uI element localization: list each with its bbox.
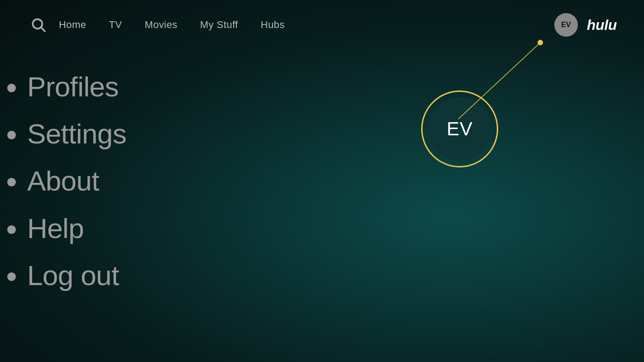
nav-right-section: EV hulu — [554, 13, 617, 37]
menu-item-logout[interactable]: Log out — [27, 252, 617, 299]
navigation-bar: Home TV Movies My Stuff Hubs EV hulu — [0, 0, 644, 50]
menu-list: Profiles Settings About Help Log out — [27, 63, 617, 299]
svg-line-2 — [41, 27, 45, 32]
nav-links: Home TV Movies My Stuff Hubs — [59, 19, 554, 31]
svg-point-1 — [33, 19, 42, 29]
nav-tv-link[interactable]: TV — [109, 19, 122, 31]
profile-circle-initials: EV — [447, 118, 473, 140]
user-avatar-button[interactable]: EV — [554, 13, 578, 37]
menu-item-profiles[interactable]: Profiles — [27, 63, 617, 110]
yellow-dot-indicator — [538, 40, 543, 45]
profile-circle-inner: EV — [428, 97, 491, 161]
hulu-logo: hulu — [587, 17, 617, 33]
search-button[interactable] — [27, 14, 50, 36]
nav-home-link[interactable]: Home — [59, 19, 86, 31]
main-content: Profiles Settings About Help Log out EV — [0, 50, 644, 313]
avatar-initials: EV — [561, 21, 571, 29]
menu-item-settings[interactable]: Settings — [27, 110, 617, 157]
profile-circle-outer-ring[interactable]: EV — [421, 90, 498, 167]
nav-hubs-link[interactable]: Hubs — [261, 19, 285, 31]
profile-circle-container: EV — [421, 90, 498, 167]
nav-movies-link[interactable]: Movies — [144, 19, 177, 31]
nav-mystuff-link[interactable]: My Stuff — [200, 19, 238, 31]
search-icon — [30, 17, 47, 33]
menu-item-help[interactable]: Help — [27, 205, 617, 252]
menu-item-about[interactable]: About — [27, 157, 617, 205]
